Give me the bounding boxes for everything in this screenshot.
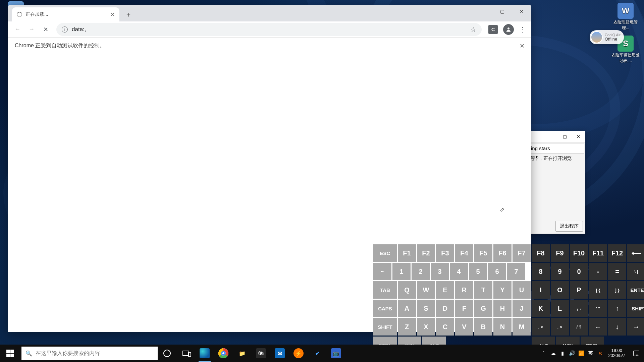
key-x[interactable]: X bbox=[417, 318, 435, 336]
key-f1[interactable]: F1 bbox=[398, 244, 416, 262]
taskbar-app-edge[interactable] bbox=[195, 345, 214, 362]
key-caps[interactable]: CAPS bbox=[373, 300, 397, 317]
extension-badge[interactable]: C bbox=[488, 25, 498, 34]
taskbar-app-todo[interactable]: ✔ bbox=[308, 345, 327, 362]
key-1[interactable]: 1 bbox=[392, 263, 411, 280]
infobar-close-button[interactable]: ✕ bbox=[520, 42, 525, 50]
key-t[interactable]: T bbox=[474, 281, 492, 299]
key-[interactable]: ] } bbox=[608, 281, 626, 299]
taskbar-search-input[interactable] bbox=[36, 350, 154, 356]
key-e[interactable]: E bbox=[436, 281, 454, 299]
key-3[interactable]: 3 bbox=[431, 263, 449, 280]
key-shift[interactable]: SHIFT bbox=[373, 318, 397, 336]
key-[interactable]: ↑ bbox=[608, 300, 626, 317]
key-f5[interactable]: F5 bbox=[474, 244, 492, 262]
url-input[interactable] bbox=[72, 26, 470, 33]
key-9[interactable]: 9 bbox=[551, 263, 569, 280]
key-[interactable]: ⟵ bbox=[627, 244, 644, 262]
key-[interactable]: ' " bbox=[589, 300, 607, 317]
key-[interactable]: ← bbox=[589, 318, 607, 336]
key-i[interactable]: I bbox=[532, 281, 550, 299]
key-f[interactable]: F bbox=[455, 300, 473, 317]
key-f11[interactable]: F11 bbox=[589, 244, 607, 262]
window-close-button[interactable]: ✕ bbox=[512, 5, 531, 18]
taskbar-app-explorer[interactable]: 📁 bbox=[233, 345, 252, 362]
taskbar-search[interactable]: 🔍 bbox=[21, 347, 158, 360]
key-r[interactable]: R bbox=[455, 281, 473, 299]
key-f3[interactable]: F3 bbox=[436, 244, 454, 262]
taskview-button[interactable] bbox=[176, 345, 195, 362]
address-bar[interactable]: i ☆ bbox=[56, 23, 482, 36]
helper-maximize-button[interactable]: ▢ bbox=[558, 131, 572, 142]
back-button[interactable]: ← bbox=[11, 23, 23, 36]
cortana-button[interactable] bbox=[158, 345, 176, 362]
bookmark-star-icon[interactable]: ☆ bbox=[470, 25, 476, 34]
key-[interactable]: , < bbox=[532, 318, 550, 336]
key-f2[interactable]: F2 bbox=[417, 244, 435, 262]
key-[interactable]: = bbox=[608, 263, 626, 280]
key-k[interactable]: K bbox=[532, 300, 550, 317]
key-f9[interactable]: F9 bbox=[551, 244, 569, 262]
tray-clock[interactable]: 19:00 2020/5/7 bbox=[605, 348, 629, 358]
key-f6[interactable]: F6 bbox=[493, 244, 512, 262]
key-[interactable]: ; : bbox=[570, 300, 588, 317]
key-s[interactable]: S bbox=[417, 300, 435, 317]
key-f12[interactable]: F12 bbox=[608, 244, 626, 262]
key-j[interactable]: J bbox=[513, 300, 531, 317]
key-[interactable]: / ? bbox=[570, 318, 588, 336]
taskbar-app-store[interactable]: 🛍 bbox=[252, 345, 270, 362]
key-[interactable]: \ | bbox=[627, 263, 644, 280]
key-p[interactable]: P bbox=[570, 281, 588, 299]
action-center-button[interactable] bbox=[629, 351, 644, 356]
tray-chevron-icon[interactable]: ˄ bbox=[539, 345, 548, 362]
helper-input[interactable]: ing stars bbox=[529, 143, 584, 154]
key-[interactable]: ~ bbox=[373, 263, 391, 280]
key-[interactable]: - bbox=[589, 263, 607, 280]
key-d[interactable]: D bbox=[436, 300, 454, 317]
key-[interactable]: [ { bbox=[589, 281, 607, 299]
ime-indicator[interactable]: 英 bbox=[586, 345, 595, 362]
taskbar-app-mail[interactable]: ✉ bbox=[270, 345, 289, 362]
browser-tab[interactable]: 正在加载... ✕ bbox=[12, 7, 119, 21]
key-enter[interactable]: ENTER bbox=[627, 281, 644, 299]
key-q[interactable]: Q bbox=[398, 281, 416, 299]
key-n[interactable]: N bbox=[493, 318, 512, 336]
key-8[interactable]: 8 bbox=[532, 263, 550, 280]
key-f4[interactable]: F4 bbox=[455, 244, 473, 262]
key-[interactable]: ↓ bbox=[608, 318, 626, 336]
helper-minimize-button[interactable]: ― bbox=[545, 131, 558, 142]
coolq-widget[interactable]: CoolQ Air Offline bbox=[590, 30, 624, 44]
key-tab[interactable]: TAB bbox=[373, 281, 397, 299]
window-minimize-button[interactable]: ― bbox=[473, 5, 492, 18]
key-7[interactable]: 7 bbox=[507, 263, 525, 280]
key-4[interactable]: 4 bbox=[450, 263, 468, 280]
key-y[interactable]: Y bbox=[493, 281, 512, 299]
key-m[interactable]: M bbox=[513, 318, 531, 336]
chrome-menu-button[interactable]: ⋮ bbox=[517, 24, 528, 35]
key-6[interactable]: 6 bbox=[488, 263, 506, 280]
helper-close-button[interactable]: ✕ bbox=[572, 131, 585, 142]
key-h[interactable]: H bbox=[493, 300, 512, 317]
tray-wifi-icon[interactable]: 📶 bbox=[577, 345, 586, 362]
key-esc[interactable]: ESC bbox=[373, 244, 397, 262]
stop-reload-button[interactable]: ✕ bbox=[40, 23, 52, 36]
tray-volume-icon[interactable]: 🔊 bbox=[567, 345, 577, 362]
key-a[interactable]: A bbox=[398, 300, 416, 317]
new-tab-button[interactable]: ＋ bbox=[123, 9, 133, 19]
key-l[interactable]: L bbox=[551, 300, 569, 317]
site-info-icon[interactable]: i bbox=[62, 26, 68, 33]
key-f7[interactable]: F7 bbox=[513, 244, 531, 262]
key-[interactable]: → bbox=[627, 318, 644, 336]
key-z[interactable]: Z bbox=[398, 318, 416, 336]
key-5[interactable]: 5 bbox=[469, 263, 487, 280]
key-c[interactable]: C bbox=[436, 318, 454, 336]
tab-close-button[interactable]: ✕ bbox=[110, 11, 115, 18]
desktop-file-1[interactable]: W 农险理赔燃管理... bbox=[611, 3, 640, 31]
key-b[interactable]: B bbox=[474, 318, 492, 336]
key-u[interactable]: U bbox=[513, 281, 531, 299]
tray-onedrive-icon[interactable]: ☁ bbox=[548, 345, 558, 362]
tray-sogou-icon[interactable]: S bbox=[595, 345, 605, 362]
tray-battery-icon[interactable]: ▮ bbox=[558, 345, 567, 362]
profile-button[interactable] bbox=[503, 24, 514, 35]
key-o[interactable]: O bbox=[551, 281, 569, 299]
